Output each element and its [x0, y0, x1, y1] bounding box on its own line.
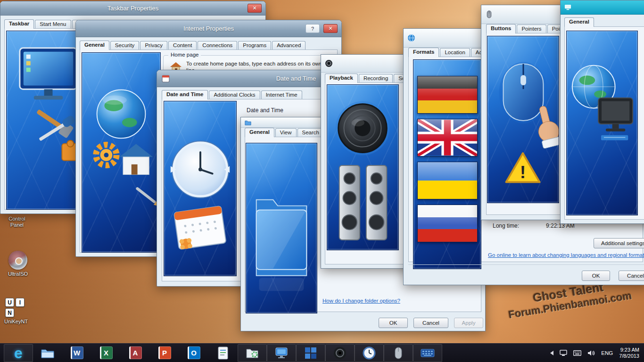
- tab-security[interactable]: Security: [110, 41, 140, 49]
- tab-buttons[interactable]: Buttons: [486, 24, 516, 33]
- window-title: Date and Time: [276, 75, 316, 82]
- cancel-button[interactable]: Cancel: [413, 318, 448, 328]
- calendar-icon: [162, 74, 170, 82]
- general-properties-window: General: [560, 0, 644, 224]
- taskbar-outlook-button[interactable]: O: [179, 344, 208, 362]
- tab-location[interactable]: Location: [440, 48, 470, 57]
- general-theme-image: [566, 31, 638, 215]
- desktop-icon-control-panel[interactable]: Control Panel: [2, 216, 32, 228]
- globe-icon: [407, 34, 415, 42]
- computer-icon: [564, 4, 571, 11]
- taskbar-excel-button[interactable]: X: [91, 344, 121, 362]
- ie-icon: e: [14, 346, 23, 361]
- tab-content[interactable]: Content: [168, 41, 197, 49]
- clock-icon: [363, 346, 376, 360]
- excel-icon: X: [100, 346, 113, 359]
- tab-start-menu[interactable]: Start Menu: [35, 20, 71, 28]
- tiles-icon: [305, 347, 317, 359]
- display-icon: [275, 347, 288, 359]
- taskbar-clock-button[interactable]: [355, 344, 384, 362]
- group-label: Home page: [168, 52, 201, 58]
- ukraine-flag: [417, 162, 478, 199]
- taskbar-powerpoint-button[interactable]: P: [150, 344, 179, 362]
- close-icon[interactable]: ✕: [248, 4, 262, 13]
- ok-button[interactable]: OK: [582, 271, 610, 281]
- taskbar-keyboard-button[interactable]: [413, 344, 442, 362]
- desktop: Control Panel UltraISO U I N UniKeyNT Gh…: [0, 0, 644, 362]
- taskbar-sound-button[interactable]: [325, 344, 355, 362]
- tab-pointers[interactable]: Pointers: [517, 25, 546, 33]
- tab-taskbar[interactable]: Taskbar: [4, 19, 34, 29]
- tray-date: 7/8/2013: [619, 353, 639, 359]
- go-online-link[interactable]: Go online to learn about changing langua…: [488, 252, 644, 258]
- germany-flag: [417, 76, 478, 114]
- taskbar-ie-button[interactable]: e: [4, 344, 33, 362]
- date-time-theme-image: [164, 101, 237, 276]
- language-indicator[interactable]: ENG: [601, 350, 613, 356]
- tab-playback[interactable]: Playback: [325, 74, 358, 83]
- tab-view[interactable]: View: [275, 128, 297, 137]
- tab-general[interactable]: General: [80, 41, 109, 50]
- ok-button[interactable]: OK: [379, 318, 408, 328]
- mouse-small-icon: [394, 346, 403, 360]
- titlebar[interactable]: [561, 0, 644, 15]
- tab-internet-time[interactable]: Internet Time: [261, 90, 302, 99]
- window-title: Taskbar Properties: [107, 5, 158, 12]
- powerpoint-icon: P: [158, 346, 171, 359]
- divider: [408, 264, 644, 265]
- folder-icon: [245, 119, 251, 126]
- folder-options-help-link[interactable]: How do I change folder options?: [322, 298, 400, 304]
- icon-label: UltraISO: [3, 271, 33, 277]
- window-title: Internet Properties: [183, 25, 234, 32]
- sound-theme-image: [327, 84, 399, 250]
- desktop-icon-ultraiso[interactable]: UltraISO: [3, 251, 33, 277]
- tab-additional-clocks[interactable]: Additional Clocks: [209, 90, 260, 99]
- keyboard-icon: [421, 349, 435, 357]
- taskbar-tiles-button[interactable]: [296, 344, 325, 362]
- apply-button[interactable]: Apply: [454, 318, 483, 328]
- speaker-circle-icon: [333, 346, 347, 360]
- taskbar-notepad-button[interactable]: [208, 344, 238, 362]
- tab-general[interactable]: General: [564, 17, 594, 27]
- tray-clock[interactable]: 9:23 AM 7/8/2013: [619, 347, 639, 359]
- uk-flag: [417, 119, 478, 156]
- tab-programs[interactable]: Programs: [238, 41, 271, 49]
- tab-date-and-time[interactable]: Date and Time: [162, 90, 208, 99]
- system-tray: ENG 9:23 AM 7/8/2013: [550, 347, 644, 359]
- titlebar[interactable]: Taskbar Properties ✕: [0, 1, 265, 16]
- tab-search[interactable]: Search: [297, 128, 324, 137]
- taskbar-display-button[interactable]: [267, 344, 296, 362]
- date-time-group-label: Date and Time: [247, 107, 283, 114]
- taskbar-explorer-button[interactable]: [33, 344, 62, 362]
- word-icon: W: [71, 346, 83, 359]
- russia-flag: [417, 205, 478, 242]
- tab-privacy[interactable]: Privacy: [140, 41, 167, 49]
- tab-recording[interactable]: Recording: [359, 74, 393, 82]
- cancel-button[interactable]: Cancel: [619, 271, 644, 281]
- desktop-icon-unikey[interactable]: U I N UniKeyNT: [1, 298, 31, 325]
- tray-expand-icon[interactable]: [550, 351, 553, 355]
- folder-gear-icon: [246, 347, 259, 359]
- touch-keyboard-icon[interactable]: [573, 350, 581, 356]
- taskbar-mouse-button[interactable]: [384, 344, 413, 362]
- access-icon: A: [129, 346, 142, 359]
- taskbar-folder-options-button[interactable]: [238, 344, 267, 362]
- tab-general[interactable]: General: [245, 128, 274, 137]
- taskbar-word-button[interactable]: W: [62, 344, 91, 362]
- folder-theme-image: [246, 143, 317, 313]
- titlebar[interactable]: Internet Properties ? ✕: [76, 20, 341, 37]
- tab-connections[interactable]: Connections: [198, 41, 237, 49]
- long-time-label: Long time:: [493, 222, 519, 229]
- tab-formats[interactable]: Formats: [408, 48, 439, 57]
- help-icon[interactable]: ?: [305, 24, 320, 33]
- taskbar-access-button[interactable]: A: [121, 344, 150, 362]
- tab-advanced[interactable]: Advanced: [272, 41, 305, 49]
- additional-settings-button[interactable]: Additional settings...: [594, 238, 644, 248]
- icon-label: UniKeyNT: [1, 319, 31, 325]
- volume-icon[interactable]: [587, 350, 595, 356]
- network-icon[interactable]: [560, 350, 567, 356]
- notepad-icon: [217, 346, 229, 360]
- close-icon[interactable]: ✕: [323, 24, 338, 33]
- internet-theme-image: [82, 52, 161, 253]
- tray-time: 9:23 AM: [619, 347, 639, 353]
